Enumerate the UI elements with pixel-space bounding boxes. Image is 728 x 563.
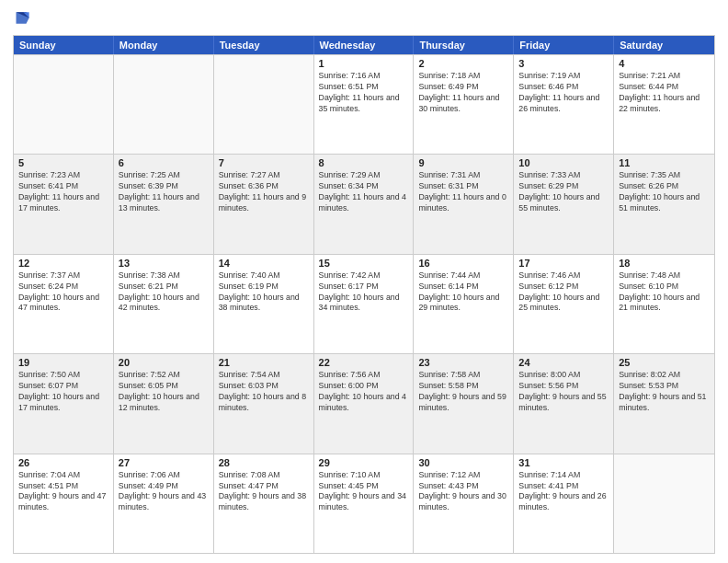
day-info: Sunrise: 7:40 AM Sunset: 6:19 PM Dayligh… — [219, 270, 309, 315]
calendar-day-20: 20Sunrise: 7:52 AM Sunset: 6:05 PM Dayli… — [114, 354, 214, 453]
header-day-monday: Monday — [114, 36, 214, 54]
day-number: 16 — [418, 258, 508, 269]
calendar-empty-cell — [214, 55, 314, 154]
day-info: Sunrise: 7:21 AM Sunset: 6:44 PM Dayligh… — [619, 71, 710, 115]
calendar-week-5: 26Sunrise: 7:04 AM Sunset: 4:51 PM Dayli… — [14, 454, 714, 553]
calendar-day-26: 26Sunrise: 7:04 AM Sunset: 4:51 PM Dayli… — [14, 454, 114, 553]
day-info: Sunrise: 7:50 AM Sunset: 6:07 PM Dayligh… — [18, 370, 108, 414]
calendar-day-18: 18Sunrise: 7:48 AM Sunset: 6:10 PM Dayli… — [614, 255, 714, 353]
calendar-day-31: 31Sunrise: 7:14 AM Sunset: 4:41 PM Dayli… — [514, 454, 614, 553]
logo — [13, 9, 31, 29]
day-info: Sunrise: 7:56 AM Sunset: 6:00 PM Dayligh… — [319, 370, 409, 414]
day-number: 5 — [18, 157, 108, 168]
header-day-tuesday: Tuesday — [214, 36, 314, 54]
day-number: 18 — [619, 258, 710, 269]
calendar-day-21: 21Sunrise: 7:54 AM Sunset: 6:03 PM Dayli… — [214, 354, 314, 453]
day-number: 8 — [319, 157, 409, 168]
day-number: 13 — [119, 258, 209, 269]
day-info: Sunrise: 7:06 AM Sunset: 4:49 PM Dayligh… — [119, 470, 209, 514]
day-info: Sunrise: 7:46 AM Sunset: 6:12 PM Dayligh… — [518, 270, 609, 315]
calendar-week-2: 5Sunrise: 7:23 AM Sunset: 6:41 PM Daylig… — [14, 154, 714, 253]
day-info: Sunrise: 8:00 AM Sunset: 5:56 PM Dayligh… — [518, 370, 609, 414]
day-number: 15 — [319, 258, 409, 269]
day-number: 23 — [418, 357, 508, 368]
calendar-day-3: 3Sunrise: 7:19 AM Sunset: 6:46 PM Daylig… — [514, 55, 614, 154]
calendar-day-8: 8Sunrise: 7:29 AM Sunset: 6:34 PM Daylig… — [314, 155, 415, 253]
day-number: 27 — [119, 457, 209, 468]
calendar-day-1: 1Sunrise: 7:16 AM Sunset: 6:51 PM Daylig… — [314, 55, 415, 154]
calendar-day-19: 19Sunrise: 7:50 AM Sunset: 6:07 PM Dayli… — [14, 354, 114, 453]
calendar-day-2: 2Sunrise: 7:18 AM Sunset: 6:49 PM Daylig… — [414, 55, 514, 154]
calendar-day-16: 16Sunrise: 7:44 AM Sunset: 6:14 PM Dayli… — [414, 255, 514, 353]
day-number: 4 — [619, 58, 710, 69]
calendar-day-29: 29Sunrise: 7:10 AM Sunset: 4:45 PM Dayli… — [314, 454, 415, 553]
calendar-day-5: 5Sunrise: 7:23 AM Sunset: 6:41 PM Daylig… — [14, 155, 114, 253]
day-info: Sunrise: 8:02 AM Sunset: 5:53 PM Dayligh… — [619, 370, 710, 414]
calendar-day-30: 30Sunrise: 7:12 AM Sunset: 4:43 PM Dayli… — [414, 454, 514, 553]
calendar-day-14: 14Sunrise: 7:40 AM Sunset: 6:19 PM Dayli… — [214, 255, 314, 353]
day-info: Sunrise: 7:23 AM Sunset: 6:41 PM Dayligh… — [18, 170, 108, 214]
calendar-day-12: 12Sunrise: 7:37 AM Sunset: 6:24 PM Dayli… — [14, 255, 114, 353]
day-info: Sunrise: 7:31 AM Sunset: 6:31 PM Dayligh… — [418, 170, 508, 214]
day-info: Sunrise: 7:35 AM Sunset: 6:26 PM Dayligh… — [619, 170, 710, 214]
page: SundayMondayTuesdayWednesdayThursdayFrid… — [0, 0, 728, 563]
day-info: Sunrise: 7:37 AM Sunset: 6:24 PM Dayligh… — [18, 270, 108, 315]
day-number: 2 — [418, 58, 508, 69]
calendar-day-9: 9Sunrise: 7:31 AM Sunset: 6:31 PM Daylig… — [414, 155, 514, 253]
day-number: 28 — [219, 457, 309, 468]
day-info: Sunrise: 7:08 AM Sunset: 4:47 PM Dayligh… — [219, 470, 309, 514]
logo-icon — [13, 9, 29, 29]
day-info: Sunrise: 7:29 AM Sunset: 6:34 PM Dayligh… — [319, 170, 409, 214]
day-info: Sunrise: 7:38 AM Sunset: 6:21 PM Dayligh… — [119, 270, 209, 315]
day-number: 31 — [518, 457, 609, 468]
day-number: 3 — [518, 58, 609, 69]
day-number: 14 — [219, 258, 309, 269]
calendar-day-28: 28Sunrise: 7:08 AM Sunset: 4:47 PM Dayli… — [214, 454, 314, 553]
day-number: 22 — [319, 357, 409, 368]
day-number: 25 — [619, 357, 710, 368]
day-info: Sunrise: 7:33 AM Sunset: 6:29 PM Dayligh… — [518, 170, 609, 214]
calendar-header: SundayMondayTuesdayWednesdayThursdayFrid… — [14, 36, 714, 54]
day-info: Sunrise: 7:52 AM Sunset: 6:05 PM Dayligh… — [119, 370, 209, 414]
day-number: 9 — [418, 157, 508, 168]
day-info: Sunrise: 7:54 AM Sunset: 6:03 PM Dayligh… — [219, 370, 309, 414]
day-info: Sunrise: 7:25 AM Sunset: 6:39 PM Dayligh… — [119, 170, 209, 214]
calendar-day-10: 10Sunrise: 7:33 AM Sunset: 6:29 PM Dayli… — [514, 155, 614, 253]
day-number: 20 — [119, 357, 209, 368]
day-number: 26 — [18, 457, 108, 468]
calendar-body: 1Sunrise: 7:16 AM Sunset: 6:51 PM Daylig… — [14, 54, 714, 553]
day-info: Sunrise: 7:18 AM Sunset: 6:49 PM Dayligh… — [418, 71, 508, 115]
day-info: Sunrise: 7:27 AM Sunset: 6:36 PM Dayligh… — [219, 170, 309, 214]
day-info: Sunrise: 7:16 AM Sunset: 6:51 PM Dayligh… — [319, 71, 409, 115]
day-number: 29 — [319, 457, 409, 468]
day-info: Sunrise: 7:12 AM Sunset: 4:43 PM Dayligh… — [418, 470, 508, 514]
calendar-empty-cell — [614, 454, 714, 553]
day-number: 19 — [18, 357, 108, 368]
day-number: 12 — [18, 258, 108, 269]
day-info: Sunrise: 7:10 AM Sunset: 4:45 PM Dayligh… — [319, 470, 409, 514]
day-number: 30 — [418, 457, 508, 468]
header-day-wednesday: Wednesday — [314, 36, 415, 54]
day-info: Sunrise: 7:48 AM Sunset: 6:10 PM Dayligh… — [619, 270, 710, 315]
calendar-day-17: 17Sunrise: 7:46 AM Sunset: 6:12 PM Dayli… — [514, 255, 614, 353]
day-info: Sunrise: 7:44 AM Sunset: 6:14 PM Dayligh… — [418, 270, 508, 315]
day-number: 17 — [518, 258, 609, 269]
calendar-empty-cell — [114, 55, 214, 154]
header-day-saturday: Saturday — [614, 36, 714, 54]
calendar-day-25: 25Sunrise: 8:02 AM Sunset: 5:53 PM Dayli… — [614, 354, 714, 453]
calendar-day-13: 13Sunrise: 7:38 AM Sunset: 6:21 PM Dayli… — [114, 255, 214, 353]
calendar-day-15: 15Sunrise: 7:42 AM Sunset: 6:17 PM Dayli… — [314, 255, 415, 353]
calendar-day-22: 22Sunrise: 7:56 AM Sunset: 6:00 PM Dayli… — [314, 354, 415, 453]
day-number: 7 — [219, 157, 309, 168]
day-number: 21 — [219, 357, 309, 368]
day-info: Sunrise: 7:19 AM Sunset: 6:46 PM Dayligh… — [518, 71, 609, 115]
header-day-thursday: Thursday — [414, 36, 514, 54]
calendar-day-4: 4Sunrise: 7:21 AM Sunset: 6:44 PM Daylig… — [614, 55, 714, 154]
calendar-empty-cell — [14, 55, 114, 154]
day-number: 11 — [619, 157, 710, 168]
calendar-day-23: 23Sunrise: 7:58 AM Sunset: 5:58 PM Dayli… — [414, 354, 514, 453]
day-info: Sunrise: 7:42 AM Sunset: 6:17 PM Dayligh… — [319, 270, 409, 315]
header — [13, 9, 715, 29]
calendar-week-3: 12Sunrise: 7:37 AM Sunset: 6:24 PM Dayli… — [14, 254, 714, 353]
calendar-day-27: 27Sunrise: 7:06 AM Sunset: 4:49 PM Dayli… — [114, 454, 214, 553]
